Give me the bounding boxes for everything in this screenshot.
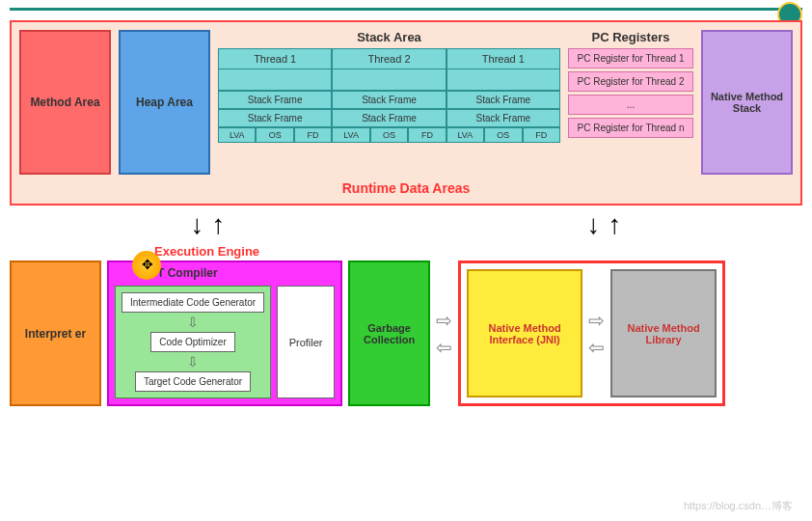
stack-area: Stack Area Thread 1 Thread 2 Thread 1 St…	[218, 30, 560, 175]
pc-register-item: PC Register for Thread 2	[568, 71, 693, 92]
garbage-collection-box: Garbage Collection	[348, 260, 430, 406]
intermediate-code-generator: Intermediate Code Generator	[122, 292, 264, 313]
jit-pipeline: Intermediate Code Generator ⇩ Code Optim…	[115, 286, 271, 398]
interpreter-box: Interpret er	[10, 260, 101, 406]
target-code-generator: Target Code Generator	[135, 371, 251, 392]
stack-frame: Stack Frame	[447, 91, 560, 109]
pc-register-item: PC Register for Thread n	[568, 118, 693, 138]
lva-cell: LVA	[332, 127, 369, 143]
arrow-down-icon: ↓	[191, 209, 204, 240]
pc-registers: PC Registers PC Register for Thread 1 PC…	[568, 30, 693, 175]
arrows-row: ↓↑ ↓↑	[10, 206, 802, 244]
heap-area-box: Heap Area	[119, 30, 210, 175]
stack-frame: Stack Frame	[332, 109, 446, 127]
thread-header: Thread 1	[447, 48, 560, 69]
arrow-up-icon: ↑	[212, 209, 226, 240]
profiler-box: Profiler	[277, 286, 335, 398]
arrow-down-icon: ↓	[587, 209, 601, 240]
fd-cell: FD	[523, 127, 560, 143]
execution-engine-label: Execution Engine	[154, 244, 802, 259]
native-method-stack-box: Native Method Stack	[701, 30, 793, 175]
native-interface-group: Native Method Interface (JNI) ⇨⇦ Native …	[458, 260, 725, 406]
arrow-right-icon: ⇨	[588, 309, 605, 332]
pc-register-item: ...	[568, 95, 693, 115]
runtime-data-areas: Method Area Heap Area Stack Area Thread …	[10, 20, 802, 206]
method-area-box: Method Area	[19, 30, 111, 175]
cursor-icon: ✥	[142, 257, 153, 272]
os-cell: OS	[256, 127, 293, 143]
arrow-right-icon: ⇨	[436, 309, 452, 332]
watermark: https://blog.csdn…博客	[684, 499, 793, 513]
stack-frame: Stack Frame	[332, 91, 446, 109]
h-arrows: ⇨⇦	[588, 269, 605, 398]
lva-cell: LVA	[447, 127, 484, 143]
pc-register-item: PC Register for Thread 1	[568, 48, 693, 69]
arrow-up-icon: ↑	[609, 209, 622, 240]
os-cell: OS	[370, 127, 408, 143]
arrow-down-icon: ⇩	[187, 354, 199, 370]
thread-header: Thread 1	[218, 48, 332, 69]
stack-frame: Stack Frame	[218, 109, 332, 127]
h-arrows: ⇨⇦	[436, 260, 452, 406]
jit-compiler-box: ✥ T Compiler Intermediate Code Generator…	[107, 260, 342, 406]
arrow-left-icon: ⇦	[588, 336, 605, 359]
fd-cell: FD	[408, 127, 446, 143]
code-optimizer: Code Optimizer	[150, 332, 234, 352]
cursor-highlight-icon: ✥	[132, 251, 161, 280]
lva-cell: LVA	[218, 127, 256, 143]
jit-title: T Compiler	[157, 266, 218, 280]
runtime-label: Runtime Data Areas	[19, 180, 793, 196]
thread-header: Thread 2	[332, 48, 446, 69]
fd-cell: FD	[294, 127, 332, 143]
stack-frame: Stack Frame	[218, 91, 332, 109]
jni-box: Native Method Interface (JNI)	[467, 269, 582, 398]
arrow-left-icon: ⇦	[436, 336, 452, 359]
arrow-down-icon: ⇩	[187, 315, 199, 330]
stack-frame: Stack Frame	[447, 109, 560, 127]
native-method-library-box: Native Method Library	[610, 269, 717, 398]
top-divider	[10, 8, 802, 11]
stack-area-title: Stack Area	[218, 30, 560, 44]
os-cell: OS	[484, 127, 522, 143]
pc-title: PC Registers	[568, 30, 693, 44]
